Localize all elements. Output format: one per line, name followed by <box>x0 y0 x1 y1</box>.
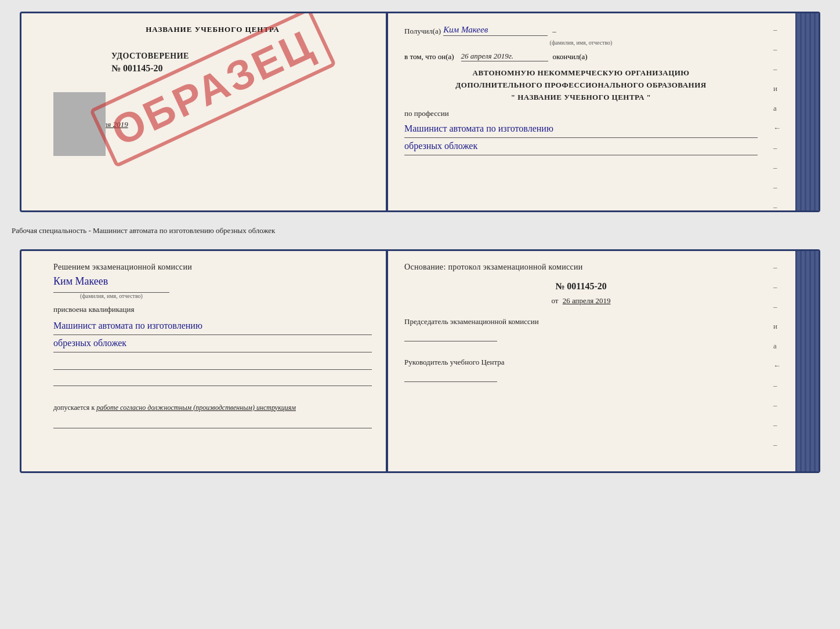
udostoverenie-label: УДОСТОВЕРЕНИЕ <box>111 52 372 61</box>
qualification-line2: обрезных обложек <box>53 335 372 352</box>
bottom-name: Ким Макеев <box>53 275 372 288</box>
org-block: АВТОНОМНУЮ НЕКОММЕРЧЕСКУЮ ОРГАНИЗАЦИЮ ДО… <box>404 67 758 103</box>
rukovoditel-signature-line <box>404 372 497 382</box>
empty-line-2 <box>53 375 372 386</box>
vtom-label: в том, что он(a) <box>404 52 454 61</box>
fio-subtitle-top: (фамилия, имя, отчество) <box>404 39 758 46</box>
bottom-right-page: Основание: протокол экзаменационной коми… <box>388 251 819 471</box>
predsedatel-block: Председатель экзаменационной комиссии <box>404 317 758 344</box>
top-document-pair: НАЗВАНИЕ УЧЕБНОГО ЦЕНТРА УДОСТОВЕРЕНИЕ №… <box>20 12 820 212</box>
profession-line1: Машинист автомата по изготовлению <box>404 121 758 138</box>
org-line3: " НАЗВАНИЕ УЧЕБНОГО ЦЕНТРА " <box>404 92 758 104</box>
osnov-label: Основание: протокол экзаменационной коми… <box>404 263 758 272</box>
top-left-title: НАЗВАНИЕ УЧЕБНОГО ЦЕНТРА <box>53 25 372 34</box>
poluchil-row: Получил(a) Ким Макеев – <box>404 25 758 36</box>
poluchil-label: Получил(a) <box>404 27 441 36</box>
dopuskaetsya-block: допускается к работе согласно должностны… <box>53 403 372 412</box>
poluchil-name: Ким Макеев <box>443 25 548 36</box>
vtom-date: 26 апреля 2019г. <box>461 52 548 61</box>
ot-date: 26 апреля 2019 <box>563 296 611 305</box>
resheniem-label: Решением экзаменационной комиссии <box>53 263 372 272</box>
po-professii-label: по профессии <box>404 109 758 118</box>
dopuskaetsya-label: допускается к <box>53 403 95 412</box>
right-spine-top <box>795 13 819 210</box>
ot-date-row: от 26 апреля 2019 <box>404 296 758 306</box>
right-spine-bottom <box>795 251 819 471</box>
document-number: № 001145-20 <box>111 63 372 74</box>
rukovoditel-block: Руководитель учебного Центра <box>404 358 758 384</box>
top-left-page: НАЗВАНИЕ УЧЕБНОГО ЦЕНТРА УДОСТОВЕРЕНИЕ №… <box>21 13 388 210</box>
ot-label: от <box>551 296 558 305</box>
bottom-left-page: Решением экзаменационной комиссии Ким Ма… <box>21 251 388 471</box>
qualification-line1: Машинист автомата по изготовлению <box>53 318 372 335</box>
profession-line2: обрезных обложек <box>404 138 758 155</box>
fio-subtitle-bottom: (фамилия, имя, отчество) <box>53 292 169 299</box>
empty-line-3 <box>53 417 372 428</box>
bottom-document-pair: Решением экзаменационной комиссии Ким Ма… <box>20 249 820 473</box>
org-line1: АВТОНОМНУЮ НЕКОММЕРЧЕСКУЮ ОРГАНИЗАЦИЮ <box>404 67 758 79</box>
predsedatel-label: Председатель экзаменационной комиссии <box>404 317 758 326</box>
photo-placeholder <box>53 92 106 156</box>
protocol-number: № 001145-20 <box>404 281 758 292</box>
right-dashes-bottom: –––иа←–––– <box>773 263 781 449</box>
right-dashes-top: –––иа←–––– <box>773 25 781 212</box>
vtom-row: в том, что он(a) 26 апреля 2019г. окончи… <box>404 52 758 61</box>
empty-line-1 <box>53 358 372 370</box>
prisvoena-label: присвоена квалификация <box>53 305 372 314</box>
dopuskaetsya-text: работе согласно должностным (производств… <box>96 403 296 412</box>
org-line2: ДОПОЛНИТЕЛЬНОГО ПРОФЕССИОНАЛЬНОГО ОБРАЗО… <box>404 79 758 92</box>
predsedatel-signature-line <box>404 331 497 341</box>
rukovoditel-label: Руководитель учебного Центра <box>404 358 758 367</box>
top-right-page: Получил(a) Ким Макеев – (фамилия, имя, о… <box>388 13 819 210</box>
separator-text: Рабочая специальность - Машинист автомат… <box>12 221 828 240</box>
okonchil-label: окончил(а) <box>553 52 588 61</box>
